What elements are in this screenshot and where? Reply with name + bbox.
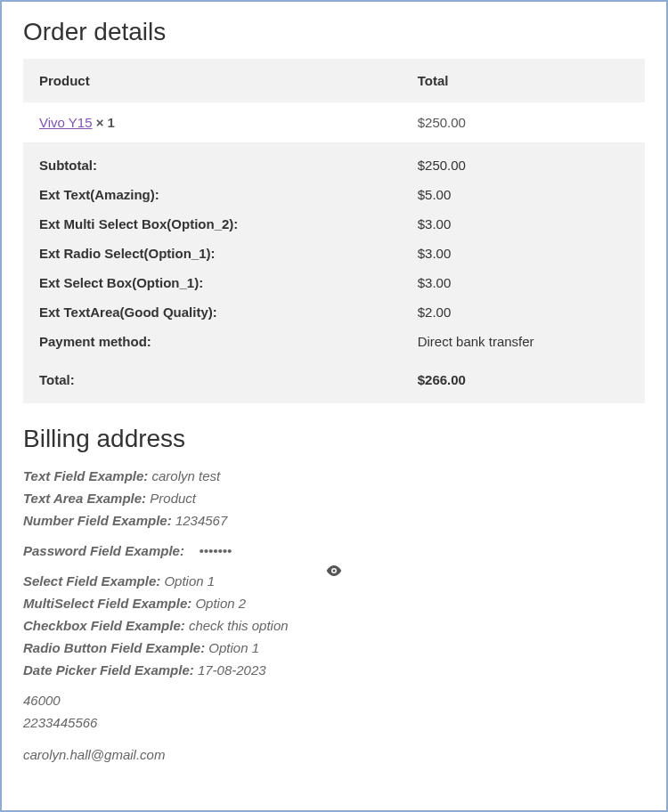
billing-address-block: Text Field Example: carolyn testText Are…: [23, 466, 645, 766]
order-details-title: Order details: [23, 18, 645, 46]
summary-value: $3.00: [402, 209, 645, 239]
summary-value: Direct bank transfer: [402, 327, 645, 356]
summary-value: $250.00: [402, 143, 645, 181]
phone-number: 2233445566: [23, 712, 645, 734]
column-product: Product: [23, 59, 402, 102]
billing-field-label: Text Area Example:: [23, 491, 146, 506]
column-total: Total: [402, 59, 645, 102]
billing-field: Text Area Example: Product: [23, 488, 645, 509]
billing-field: Checkbox Field Example: check this optio…: [23, 615, 645, 637]
billing-field-label: Select Field Example:: [23, 573, 160, 589]
eye-icon[interactable]: [326, 562, 342, 583]
billing-field-value: Product: [146, 491, 196, 506]
billing-field-value: Option 2: [191, 596, 246, 611]
billing-field-value: 1234567: [172, 513, 228, 528]
order-summary-row: Ext Radio Select(Option_1):$3.00: [23, 239, 645, 268]
password-label: Password Field Example:: [23, 543, 184, 558]
order-summary-row: Payment method:Direct bank transfer: [23, 327, 645, 356]
summary-value: $3.00: [402, 268, 645, 297]
product-link[interactable]: Vivo Y15: [39, 115, 93, 130]
email-address: carolyn.hall@gmail.com: [23, 744, 645, 766]
summary-label: Ext Radio Select(Option_1):: [23, 239, 402, 268]
billing-field: Radio Button Field Example: Option 1: [23, 637, 645, 659]
order-summary-row: Subtotal:$250.00: [23, 143, 645, 181]
billing-field-label: MultiSelect Field Example:: [23, 596, 191, 611]
summary-label: Ext Select Box(Option_1):: [23, 268, 402, 297]
billing-field-value: 17-08-2023: [194, 662, 266, 678]
billing-field: Number Field Example: 1234567: [23, 510, 645, 532]
postal-code: 46000: [23, 690, 645, 711]
billing-field-value: carolyn test: [148, 468, 220, 483]
order-summary-row: Ext Multi Select Box(Option_2):$3.00: [23, 209, 645, 239]
summary-value: $5.00: [402, 180, 645, 209]
order-summary-row: Ext Select Box(Option_1):$3.00: [23, 268, 645, 297]
order-summary-row: Ext Text(Amazing):$5.00: [23, 180, 645, 209]
billing-field-label: Number Field Example:: [23, 513, 172, 528]
billing-address-title: Billing address: [23, 425, 645, 453]
billing-field-label: Checkbox Field Example:: [23, 618, 185, 633]
summary-label: Payment method:: [23, 327, 402, 356]
billing-field: Date Picker Field Example: 17-08-2023: [23, 660, 645, 681]
summary-label: Ext TextArea(Good Quality):: [23, 297, 402, 327]
total-label: Total:: [23, 356, 402, 403]
billing-field-label: Radio Button Field Example:: [23, 640, 205, 655]
order-summary-row: Ext TextArea(Good Quality):$2.00: [23, 297, 645, 327]
billing-field-value: Option 1: [205, 640, 259, 655]
billing-field-value: Option 1: [160, 573, 215, 589]
billing-field-value: check this option: [185, 618, 289, 633]
billing-field: Text Field Example: carolyn test: [23, 466, 645, 487]
order-details-table: Product Total Vivo Y15 × 1 $250.00 Subto…: [23, 59, 645, 403]
billing-field-label: Text Field Example:: [23, 468, 148, 483]
summary-value: $2.00: [402, 297, 645, 327]
summary-label: Subtotal:: [23, 143, 402, 181]
product-total: $250.00: [402, 102, 645, 143]
billing-field-label: Date Picker Field Example:: [23, 662, 194, 678]
password-value: •••••••: [200, 543, 232, 558]
table-row: Vivo Y15 × 1 $250.00: [23, 102, 645, 143]
billing-field: MultiSelect Field Example: Option 2: [23, 593, 645, 614]
order-total-row: Total:$266.00: [23, 356, 645, 403]
product-qty: × 1: [96, 115, 115, 130]
svg-point-0: [333, 570, 336, 572]
summary-label: Ext Multi Select Box(Option_2):: [23, 209, 402, 239]
summary-value: $3.00: [402, 239, 645, 268]
summary-label: Ext Text(Amazing):: [23, 180, 402, 209]
total-value: $266.00: [402, 356, 645, 403]
